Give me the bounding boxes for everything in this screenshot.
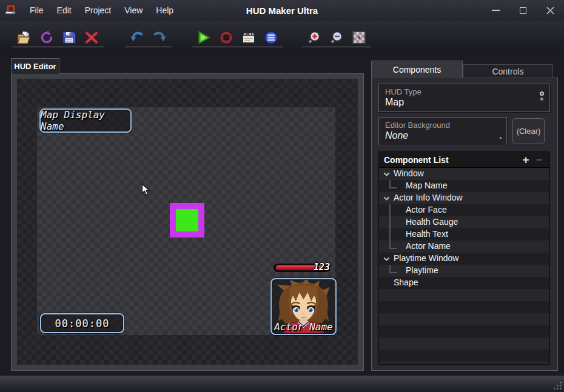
component-list-empty-row (379, 362, 549, 365)
component-list-empty-row (379, 289, 549, 301)
zoom-out-icon (329, 30, 344, 45)
game-window-icon (241, 30, 257, 45)
component-item-label: Playtime (406, 265, 438, 275)
hud-map-name-text: Map Display Name (41, 109, 130, 132)
tree-connector-icon (389, 180, 398, 192)
database-icon (263, 30, 279, 45)
tree-connector-icon (389, 228, 398, 241)
redo-icon (152, 30, 167, 45)
toolbar-group-view (302, 28, 371, 47)
game-window-button[interactable] (241, 30, 257, 45)
component-item-label: Playtime Window (394, 253, 458, 263)
hud-shape-component[interactable] (170, 203, 204, 238)
redo-button[interactable] (152, 30, 167, 45)
clear-background-button[interactable]: (Clear) (512, 118, 545, 144)
hud-actor-name-text: Actor Name (272, 321, 335, 333)
window-controls (482, 0, 564, 21)
component-item-label: Health Gauge (406, 217, 458, 227)
menu-edit[interactable]: Edit (50, 0, 78, 21)
component-list-empty-row (379, 301, 549, 313)
zoom-out-button[interactable] (329, 30, 344, 45)
hud-health-text: 123 (314, 262, 330, 273)
game-screen-preview[interactable]: Map Display Name 123 (37, 107, 335, 335)
component-list: Component List + − WindowMap NameActor I… (378, 151, 550, 365)
menu-project[interactable]: Project (78, 0, 118, 21)
component-item-actor-info-window[interactable]: Actor Info Window (379, 192, 549, 204)
component-item-actor-name[interactable]: Actor Name (379, 241, 549, 253)
save-project-icon (61, 30, 77, 45)
hud-actor-info-window[interactable]: Actor Name (270, 278, 337, 335)
component-item-shape[interactable]: Shape (379, 277, 549, 289)
spinner-icon (540, 91, 544, 101)
tab-controls[interactable]: Controls (463, 64, 553, 78)
toolbar (0, 21, 564, 53)
database-button[interactable] (263, 30, 279, 45)
stop-test-button[interactable] (218, 30, 234, 45)
save-project-button[interactable] (61, 30, 77, 45)
component-item-map-name[interactable]: Map Name (379, 180, 549, 192)
components-panel: HUD Type Map Editor Background None (Cle… (371, 78, 558, 371)
tab-hud-editor[interactable]: HUD Editor (11, 58, 59, 74)
remove-component-button[interactable]: − (532, 153, 546, 167)
hud-type-label: HUD Type (385, 87, 421, 96)
tree-connector-icon (389, 204, 398, 216)
close-project-icon (84, 30, 99, 45)
resize-grip-icon[interactable] (553, 381, 562, 390)
center-view-button[interactable] (351, 30, 367, 45)
hud-type-value: Map (385, 97, 404, 108)
zoom-in-button[interactable] (306, 30, 322, 45)
maximize-icon (520, 7, 526, 14)
component-item-playtime-window[interactable]: Playtime Window (379, 253, 549, 265)
close-project-button[interactable] (84, 30, 99, 45)
menu-view[interactable]: View (118, 0, 149, 21)
component-item-label: Actor Info Window (394, 193, 463, 202)
component-list-title: Component List (384, 155, 519, 165)
chevron-down-icon[interactable] (383, 257, 390, 261)
tab-components[interactable]: Components (371, 61, 463, 78)
component-list-empty-row (379, 325, 549, 337)
close-icon (546, 7, 554, 15)
undo-button[interactable] (129, 30, 145, 45)
main-area: HUD Editor Map Display Name 123 (0, 53, 564, 376)
component-item-health-text[interactable]: Health Text (379, 228, 549, 241)
component-item-label: Window (394, 168, 424, 178)
component-tree: WindowMap NameActor Info WindowActor Fac… (379, 168, 549, 364)
app-window: File Edit Project View Help HUD Maker Ul… (0, 0, 564, 392)
hud-health-gauge[interactable]: 123 (274, 264, 329, 272)
play-test-button[interactable] (196, 30, 212, 45)
component-item-label: Shape (394, 277, 418, 287)
hud-type-select[interactable]: HUD Type Map (378, 84, 550, 112)
component-item-window[interactable]: Window (379, 168, 549, 180)
hud-playtime-text: 00:00:00 (55, 317, 110, 330)
minimize-icon (492, 10, 500, 11)
tree-connector-icon (389, 241, 398, 253)
maximize-button[interactable] (509, 0, 537, 21)
component-item-label: Actor Name (406, 241, 451, 251)
component-item-playtime[interactable]: Playtime (379, 265, 549, 277)
component-item-health-gauge[interactable]: Health Gauge (379, 216, 549, 228)
close-button[interactable] (537, 0, 564, 21)
chevron-down-icon[interactable] (383, 196, 390, 201)
hud-playtime-window[interactable]: 00:00:00 (40, 313, 124, 333)
editor-background-label: Editor Background (385, 121, 450, 130)
minimize-button[interactable] (482, 0, 509, 21)
open-project-button[interactable] (16, 30, 32, 45)
reload-project-button[interactable] (39, 30, 55, 45)
toolbar-group-test (192, 28, 283, 47)
editor-canvas[interactable]: Map Display Name 123 (17, 79, 358, 365)
component-item-label: Health Text (406, 229, 448, 239)
chevron-down-icon[interactable] (383, 172, 390, 176)
add-component-button[interactable]: + (519, 153, 532, 167)
reload-project-icon (39, 30, 55, 45)
component-item-label: Actor Face (406, 205, 447, 214)
component-item-actor-face[interactable]: Actor Face (379, 204, 549, 216)
toolbar-group-project (12, 28, 104, 47)
menu-help[interactable]: Help (149, 0, 180, 21)
editor-background-select[interactable]: Editor Background None (378, 117, 507, 145)
menu-bar: File Edit Project View Help (23, 0, 180, 21)
hud-map-name-window[interactable]: Map Display Name (39, 108, 132, 133)
menu-file[interactable]: File (23, 0, 50, 21)
mouse-cursor (141, 184, 150, 196)
status-bar (0, 376, 564, 392)
tree-connector-icon (389, 216, 398, 228)
